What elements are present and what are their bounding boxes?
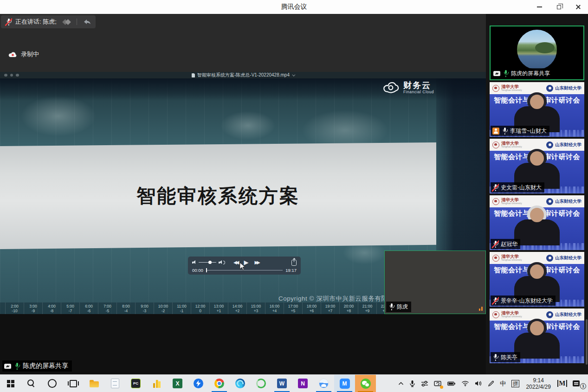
video-frame: 财务云 Financial Cloud 智能审核系统方案 [0,78,486,314]
sdufe-logo-icon [546,255,553,262]
battery-icon[interactable] [445,375,459,392]
edge-icon[interactable] [230,375,251,392]
ime-language-icon[interactable]: 中 [497,375,509,392]
participant-name-label: 史文雷-山东财大 [491,182,544,193]
volume-mixer-icon[interactable] [418,375,431,392]
pycharm-icon[interactable]: PC [125,375,146,392]
system-tray: 中 拼 9:14 2022/4/29 M 1 [395,375,588,392]
thunder-icon[interactable] [188,375,209,392]
brand-logo: 财务云 Financial Cloud [382,81,434,95]
restore-button[interactable] [549,0,569,14]
cortana-glyph [47,378,58,389]
mouse-cursor [239,262,246,270]
file-explorer-icon[interactable] [84,375,104,392]
muted-mic-icon [6,19,12,26]
timezone-cell: 4:00-8 [43,302,61,314]
cast-display-icon[interactable] [431,375,445,392]
chrome-icon[interactable] [209,375,230,392]
window-controls [530,0,588,14]
timezone-cell: 14:00+2 [228,302,247,314]
taskbar-clock[interactable]: 9:14 2022/4/29 [522,377,554,390]
mic-on-icon [502,128,508,135]
banner-right-university: 山东财经大学 [555,85,582,91]
timezone-cell: 11:00-1 [173,302,191,314]
slide-title: 智能审核系统方案 [136,183,300,209]
role-badge-icon [492,128,499,135]
remote-window-buttons [4,74,19,77]
tencent-meeting-icon[interactable]: M [334,375,355,392]
wifi-icon[interactable] [459,375,472,392]
taskbar-apps: PCXWNM [0,375,376,392]
cloud-docs-glyph [319,379,329,388]
power-bi-icon[interactable] [146,375,167,392]
excel-icon[interactable]: X [167,375,188,392]
wechat-icon[interactable] [355,375,376,392]
meeting-top-overlay: 正在讲话: 陈虎; 录制中 [0,14,486,72]
m-app-tray-icon[interactable]: M [555,375,570,392]
remote-video-window-titlebar: 智能审核系统方案-陈虎总-V1-20220428.mp4 [0,72,486,78]
timezone-cell: 20:00+8 [340,302,358,314]
word-icon[interactable]: W [271,375,292,392]
windows-taskbar: PCXWNM [0,374,588,392]
task-view-icon[interactable] [63,375,84,392]
recording-label: 录制中 [21,50,39,58]
brand-subtitle: Financial Cloud [403,90,434,94]
total-duration: 19:17 [285,268,297,273]
tencent-meeting-window: 腾讯会议 正在讲话: 陈虎; [0,0,588,392]
cortana-icon[interactable] [42,375,63,392]
participant-name: 陈虎的屏幕共享 [511,70,550,77]
mic-muted-icon [492,297,498,304]
mic-on-icon [503,70,509,77]
participant-tile-screen-share[interactable]: 陈虎的屏幕共享 [490,26,584,80]
timezone-cell: 17:00+5 [284,302,303,314]
green-ring-icon[interactable] [251,375,271,392]
hidden-icons-chevron-icon[interactable] [395,375,407,392]
main-stage: 正在讲话: 陈虎; 录制中 [0,14,486,374]
sdufe-logo-icon [546,198,553,205]
participant-silhouette [514,219,560,245]
file-explorer-glyph [89,378,100,389]
participant-tile[interactable]: 清华大学Tsinghua University 山东财经大学 智能会计与智能审计… [490,308,584,363]
ime-pinyin-icon[interactable]: 拼 [509,375,522,392]
speaker-icon[interactable] [472,375,485,392]
start-icon[interactable] [0,375,21,392]
participant-tile[interactable]: 清华大学Tsinghua University 山东财经大学 智能会计与智能审计… [490,139,584,193]
tsinghua-logo-icon [492,141,499,148]
participant-tile[interactable]: 清华大学Tsinghua University 山东财经大学 智能会计与智能审计… [490,195,584,250]
self-view-name: 陈虎 [397,303,408,311]
window-titlebar[interactable]: 腾讯会议 [0,0,588,14]
search-icon[interactable] [21,375,42,392]
participant-tile[interactable]: 清华大学Tsinghua University 山东财经大学 智能会计与智能审计… [490,252,584,307]
self-view-name-label: 陈虎 [386,302,411,312]
timezone-cell: 7:00-5 [98,302,117,314]
cloud-docs-icon[interactable] [313,375,334,392]
meeting-logo-icon [63,20,70,24]
participant-silhouette [514,333,560,359]
screen-share-status-label: 陈虎的屏幕共享 [2,360,72,372]
now-speaking-panel[interactable]: 正在讲话: 陈虎; [1,15,96,28]
participant-tile[interactable]: 清华大学Tsinghua University 山东财经大学 智能会计与智能审计… [490,82,584,137]
sdufe-logo-icon [546,85,553,92]
copyright-text: Copyright © 深圳市中兴新云服务有限公司 [278,295,401,303]
timezone-cell: 12:000 [191,302,210,314]
minimize-button[interactable] [530,0,549,14]
volume-slider [199,262,216,263]
notepad-icon[interactable] [104,375,125,392]
timezone-cell: 16:00+4 [265,302,284,314]
pen-icon[interactable] [485,375,497,392]
sdufe-logo-icon [546,141,553,148]
microphone-tray-icon[interactable] [407,375,418,392]
timezone-cell: 5:00-7 [61,302,80,314]
audio-level-meter [479,307,483,311]
action-center-icon[interactable]: 1 [570,375,586,392]
close-button[interactable] [569,0,588,14]
onenote-icon[interactable]: N [292,375,313,392]
presenter-self-view: 陈虎 [384,251,486,314]
timezone-cell: 19:00+7 [321,302,340,314]
cloud-recording-icon [8,51,17,58]
timezone-cell: 6:00-6 [80,302,98,314]
sidebar-scrollbar[interactable] [586,319,588,365]
search-glyph [26,378,37,389]
restore-panel-arrow-icon[interactable] [84,19,91,25]
fast-forward-icon: ▶▶ [254,260,258,265]
